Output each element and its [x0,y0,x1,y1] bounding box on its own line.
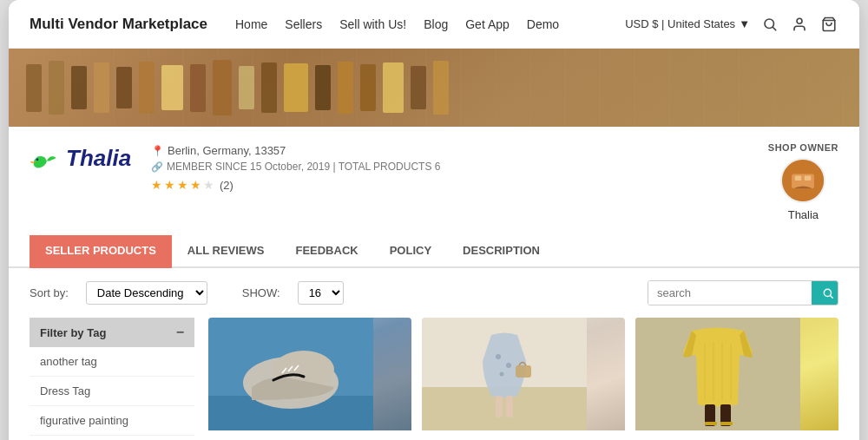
nav-getapp[interactable]: Get App [465,17,510,31]
tab-feedback[interactable]: FEEDBACK [279,235,373,268]
filter-item[interactable]: painting [30,436,194,440]
svg-point-2 [797,18,802,23]
show-select[interactable]: 16 32 48 [298,281,344,305]
product-image-yellow [635,318,838,430]
filter-header: Filter by Tag − [30,318,194,347]
filter-item[interactable]: another tag [30,347,194,377]
seller-meta: 🔗 MEMBER SINCE 15 October, 2019 | TOTAL … [151,161,751,173]
filter-item[interactable]: Dress Tag [30,377,194,406]
svg-rect-35 [720,422,733,425]
svg-line-1 [773,27,775,30]
seller-details: 📍 Berlin, Germany, 13357 🔗 MEMBER SINCE … [151,142,751,192]
nav-blog[interactable]: Blog [424,17,448,31]
product-card[interactable] [422,318,625,440]
show-label: SHOW: [242,286,280,299]
currency-select[interactable]: USD $ | United States ▼ [625,17,750,30]
filter-sidebar: Filter by Tag − another tag Dress Tag fi… [30,318,194,440]
hero-image [9,49,859,127]
search-bar [648,280,838,305]
nav-right: USD $ | United States ▼ [625,15,838,34]
sort-label: Sort by: [30,286,69,299]
search-icon[interactable] [760,15,779,34]
svg-point-21 [506,363,511,368]
tab-description[interactable]: DESCRIPTION [447,235,556,268]
nav-sellers[interactable]: Sellers [285,17,322,31]
product-image-dress [422,318,625,430]
product-grid [208,318,838,440]
star-3: ★ [177,178,188,192]
review-count: (2) [220,179,233,192]
nav-demo[interactable]: Demo [527,17,559,31]
top-nav: Multi Vendor Marketplace Home Sellers Se… [9,0,859,49]
svg-point-22 [500,372,504,377]
product-image-shoes [208,318,411,430]
filter-title: Filter by Tag [40,326,106,339]
hero-image-inner [9,49,859,127]
currency-label: USD $ | United States [625,17,735,30]
account-icon[interactable] [790,15,809,34]
seller-logo: Thalia [30,142,134,174]
chevron-down-icon: ▼ [739,17,750,30]
seller-name: Thalia [66,145,131,172]
seller-section: Thalia 📍 Berlin, Germany, 13357 🔗 MEMBER… [9,127,859,221]
product-card[interactable] [635,318,838,440]
seller-rating: ★ ★ ★ ★ ★ (2) [151,178,751,192]
search-button[interactable] [812,281,838,305]
tabs-bar: SELLER PRODUCTS ALL REVIEWS FEEDBACK POL… [9,235,859,268]
product-card[interactable] [208,318,411,440]
svg-line-10 [831,295,833,298]
cart-icon[interactable] [819,15,838,34]
svg-rect-8 [805,175,811,181]
svg-rect-24 [496,396,503,417]
browser-frame: Multi Vendor Marketplace Home Sellers Se… [9,0,859,440]
svg-rect-25 [506,396,513,417]
shop-owner-label: SHOP OWNER [768,142,838,153]
svg-rect-7 [795,175,801,181]
shop-owner-block: SHOP OWNER Thalia [768,142,838,221]
svg-point-4 [36,158,39,161]
link-icon: 🔗 [151,161,163,173]
star-5: ★ [203,178,214,192]
star-2: ★ [164,178,175,192]
seller-location: 📍 Berlin, Germany, 13357 [151,144,751,157]
thalia-bird-icon [30,142,61,174]
filter-collapse-button[interactable]: − [176,325,184,340]
site-title: Multi Vendor Marketplace [30,16,207,33]
avatar[interactable] [780,158,825,203]
nav-sell[interactable]: Sell with Us! [339,17,406,31]
main-content: Filter by Tag − another tag Dress Tag fi… [9,318,859,440]
tab-seller-products[interactable]: SELLER PRODUCTS [30,235,172,268]
nav-links: Home Sellers Sell with Us! Blog Get App … [235,17,625,31]
svg-rect-23 [516,365,531,378]
pin-icon: 📍 [151,145,164,157]
toolbar: Sort by: Date Descending Date Ascending … [9,268,859,318]
star-4: ★ [190,178,201,192]
svg-rect-34 [705,422,717,425]
tab-all-reviews[interactable]: ALL REVIEWS [172,235,280,268]
star-1: ★ [151,178,162,192]
sort-select[interactable]: Date Descending Date Ascending Price Low… [86,281,207,305]
shop-owner-name: Thalia [788,208,819,221]
tab-policy[interactable]: POLICY [374,235,447,268]
filter-item[interactable]: figurative painting [30,406,194,436]
nav-home[interactable]: Home [235,17,267,31]
search-input[interactable] [648,281,812,305]
svg-point-20 [496,354,501,359]
